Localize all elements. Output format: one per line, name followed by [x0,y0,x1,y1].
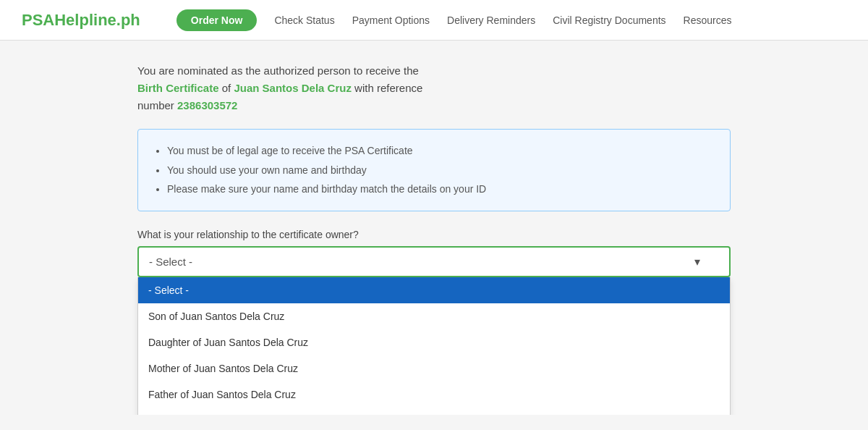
info-item-1: You must be of legal age to receive the … [167,141,715,161]
dropdown-option-5[interactable]: Legal Spouse of Juan Santos Dela Cruz [138,408,730,415]
intro-line1: You are nominated as the authorized pers… [137,64,419,77]
page-body: You are nominated as the authorized pers… [109,41,760,415]
nav-resources[interactable]: Resources [684,14,732,26]
nav-civil-registry[interactable]: Civil Registry Documents [553,14,665,26]
info-box: You must be of legal age to receive the … [137,129,731,211]
intro-of: of [222,82,234,94]
dropdown-option-3[interactable]: Mother of Juan Santos Dela Cruz [138,355,730,381]
nav-payment-options[interactable]: Payment Options [352,14,430,26]
intro-ref-label: number [137,99,174,111]
relationship-select-wrapper: - Select - ▾ - Select - Son of Juan Sant… [137,246,731,277]
info-item-3: Please make sure your name and birthday … [167,180,715,199]
intro-paragraph: You are nominated as the authorized pers… [137,62,731,114]
nav-links: Order Now Check Status Payment Options D… [176,9,846,31]
chevron-down-icon: ▾ [694,255,700,269]
relationship-form-group: What is your relationship to the certifi… [137,229,731,277]
intro-ref-prefix: with reference [354,82,422,94]
nav-delivery-reminders[interactable]: Delivery Reminders [447,14,535,26]
owner-name: Juan Santos Dela Cruz [234,82,352,94]
dropdown-option-1[interactable]: Son of Juan Santos Dela Cruz [138,303,730,329]
relationship-label: What is your relationship to the certifi… [137,229,731,240]
relationship-dropdown-list: - Select - Son of Juan Santos Dela Cruz … [137,277,731,415]
relationship-select[interactable]: - Select - ▾ [137,246,731,277]
certificate-type: Birth Certificate [137,82,219,94]
brand-logo[interactable]: PSAHelpline.ph [22,11,140,30]
info-list: You must be of legal age to receive the … [153,141,715,199]
info-item-2: You should use your own name and birthda… [167,161,715,180]
dropdown-option-0[interactable]: - Select - [138,277,730,303]
dropdown-option-4[interactable]: Father of Juan Santos Dela Cruz [138,381,730,408]
reference-number: 2386303572 [177,99,237,111]
dropdown-option-2[interactable]: Daughter of Juan Santos Dela Cruz [138,329,730,355]
nav-check-status[interactable]: Check Status [274,14,334,26]
order-now-button[interactable]: Order Now [176,9,258,31]
navbar: PSAHelpline.ph Order Now Check Status Pa… [0,0,868,41]
select-value: - Select - [149,256,192,268]
